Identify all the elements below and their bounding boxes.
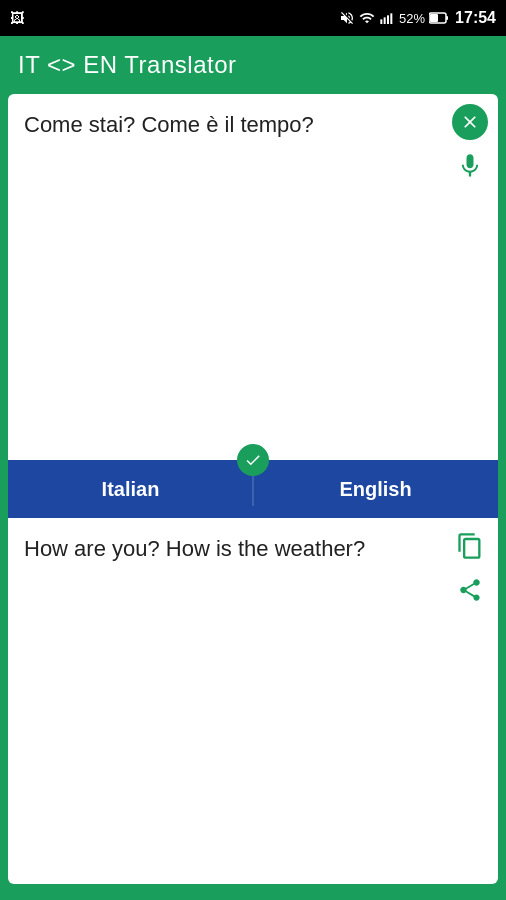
input-card: Come stai? Come è il tempo?	[8, 94, 498, 460]
source-language-button[interactable]: Italian	[8, 460, 253, 518]
close-icon	[460, 112, 480, 132]
target-language-button[interactable]: English	[253, 460, 498, 518]
copy-button[interactable]	[452, 528, 488, 564]
wifi-icon	[359, 10, 375, 26]
status-bar: 🖼 52%	[0, 0, 506, 36]
status-time: 17:54	[455, 9, 496, 27]
share-icon	[457, 577, 483, 603]
battery-text: 52%	[399, 11, 425, 26]
target-language-label: English	[339, 478, 411, 501]
svg-rect-2	[387, 15, 389, 24]
source-language-label: Italian	[102, 478, 160, 501]
copy-icon	[456, 532, 484, 560]
status-icons: 52%	[339, 10, 449, 26]
clear-button[interactable]	[452, 104, 488, 140]
image-icon: 🖼	[10, 10, 24, 26]
status-bar-right: 52% 17:54	[339, 9, 496, 27]
mute-icon	[339, 10, 355, 26]
output-text: How are you? How is the weather?	[24, 534, 448, 565]
bottom-bar	[0, 892, 506, 900]
app-header: IT <> EN Translator	[0, 36, 506, 94]
svg-rect-1	[384, 17, 386, 24]
app-title: IT <> EN Translator	[18, 51, 236, 79]
input-text: Come stai? Come è il tempo?	[24, 110, 448, 141]
mic-button[interactable]	[452, 148, 488, 184]
svg-rect-5	[430, 14, 438, 22]
main-content: Come stai? Come è il tempo? Italian Engl…	[0, 94, 506, 892]
signal-icon	[379, 10, 395, 26]
svg-rect-3	[390, 13, 392, 24]
share-button[interactable]	[452, 572, 488, 608]
status-bar-left: 🖼	[10, 10, 24, 26]
svg-rect-0	[380, 19, 382, 24]
check-bubble	[237, 444, 269, 476]
battery-icon	[429, 12, 449, 24]
output-card: How are you? How is the weather?	[8, 518, 498, 884]
mic-icon	[456, 152, 484, 180]
language-bar: Italian English	[8, 460, 498, 518]
svg-rect-6	[446, 16, 448, 20]
check-icon	[244, 451, 262, 469]
